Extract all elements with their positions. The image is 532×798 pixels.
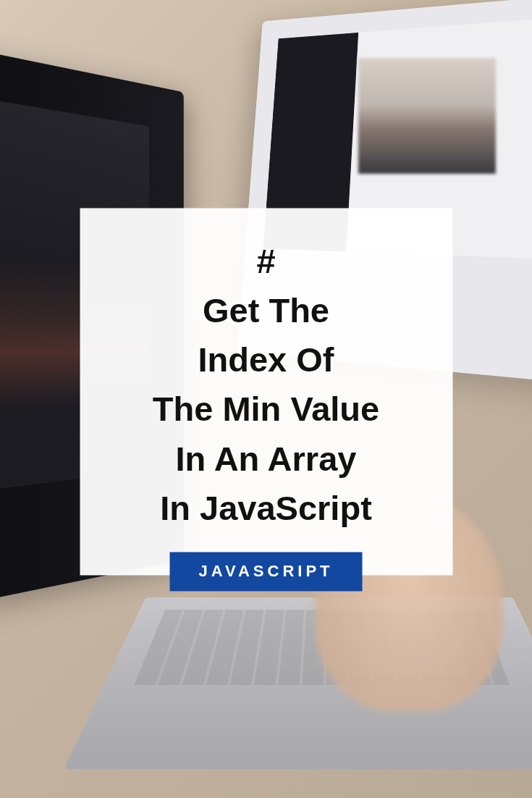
title-card: # Get The Index Of The Min Value In An A… [80, 208, 452, 575]
laptop-right-screen-photo [358, 58, 496, 174]
category-tag: JAVASCRIPT [169, 552, 362, 591]
article-title: # Get The Index Of The Min Value In An A… [101, 237, 431, 533]
